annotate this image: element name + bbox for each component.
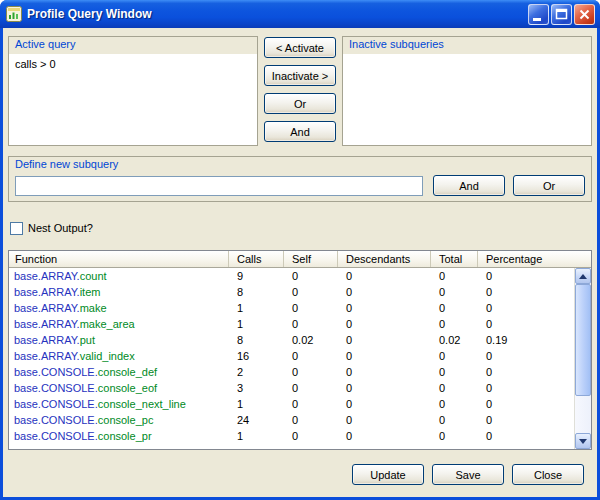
function-cell: base.CONSOLE.console_next_line <box>9 396 229 412</box>
active-query-item[interactable]: calls > 0 <box>9 54 257 72</box>
table-row[interactable]: base.ARRAY.make_area 1 0 0 0 0 <box>9 316 574 332</box>
or-button[interactable]: Or <box>264 93 336 114</box>
nest-output-label: Nest Output? <box>28 222 93 235</box>
table-row[interactable]: base.ARRAY.item 8 0 0 0 0 <box>9 284 574 300</box>
self-cell: 0.02 <box>284 332 338 348</box>
total-cell: 0 <box>431 316 478 332</box>
table-row[interactable]: base.CONSOLE.console_eof 3 0 0 0 0 <box>9 380 574 396</box>
inactive-subqueries-list[interactable] <box>343 54 591 145</box>
total-cell: 0 <box>431 380 478 396</box>
table-body-wrap: base.ARRAY.count 9 0 0 0 0 base.ARRAY.it… <box>9 268 591 449</box>
percentage-cell: 0 <box>478 300 574 316</box>
descendants-cell: 0 <box>338 380 431 396</box>
maximize-button[interactable] <box>551 4 572 25</box>
calls-cell: 3 <box>229 380 284 396</box>
column-header-total[interactable]: Total <box>431 251 478 267</box>
active-query-label: Active query <box>9 37 257 53</box>
calls-cell: 8 <box>229 332 284 348</box>
window-frame: Active query calls > 0 < Activate Inacti… <box>0 28 600 500</box>
close-button[interactable] <box>574 4 595 25</box>
self-cell: 0 <box>284 428 338 444</box>
client-area: Active query calls > 0 < Activate Inacti… <box>3 28 597 497</box>
update-button[interactable]: Update <box>352 464 424 485</box>
table-row[interactable]: base.ARRAY.valid_index 16 0 0 0 0 <box>9 348 574 364</box>
table-row[interactable]: base.ARRAY.make 1 0 0 0 0 <box>9 300 574 316</box>
column-header-percentage[interactable]: Percentage <box>478 251 591 267</box>
inactivate-button[interactable]: Inactivate > <box>264 65 336 86</box>
subquery-and-button[interactable]: And <box>433 175 505 196</box>
function-cell: base.CONSOLE.console_pr <box>9 428 229 444</box>
function-feature: count <box>80 270 107 282</box>
calls-cell: 9 <box>229 268 284 284</box>
subquery-or-button[interactable]: Or <box>513 175 585 196</box>
calls-cell: 8 <box>229 284 284 300</box>
scroll-up-button[interactable] <box>575 268 591 284</box>
close-icon <box>575 5 594 24</box>
total-cell: 0 <box>431 428 478 444</box>
function-qualifier: base.CONSOLE. <box>14 398 98 410</box>
function-qualifier: base.CONSOLE. <box>14 430 98 442</box>
self-cell: 0 <box>284 268 338 284</box>
function-qualifier: base.CONSOLE. <box>14 382 98 394</box>
self-cell: 0 <box>284 380 338 396</box>
total-cell: 0 <box>431 268 478 284</box>
percentage-cell: 0 <box>478 412 574 428</box>
titlebar[interactable]: Profile Query Window <box>0 0 600 28</box>
window-controls <box>528 4 595 25</box>
save-button[interactable]: Save <box>432 464 504 485</box>
descendants-cell: 0 <box>338 268 431 284</box>
table-row[interactable]: base.CONSOLE.console_pc 24 0 0 0 0 <box>9 412 574 428</box>
function-feature: valid_index <box>80 350 135 362</box>
self-cell: 0 <box>284 364 338 380</box>
and-button[interactable]: And <box>264 121 336 142</box>
nest-output-checkbox[interactable] <box>10 222 23 235</box>
column-header-function[interactable]: Function <box>9 251 229 267</box>
scroll-down-icon <box>579 439 587 444</box>
calls-cell: 24 <box>229 412 284 428</box>
column-header-calls[interactable]: Calls <box>229 251 284 267</box>
table-row[interactable]: base.ARRAY.put 8 0.02 0 0.02 0.19 <box>9 332 574 348</box>
table-row[interactable]: base.CONSOLE.console_pr 1 0 0 0 0 <box>9 428 574 444</box>
subquery-input[interactable] <box>15 176 423 196</box>
inactive-subqueries-label: Inactive subqueries <box>343 37 591 53</box>
maximize-icon <box>552 5 571 24</box>
percentage-cell: 0.19 <box>478 332 574 348</box>
calls-cell: 1 <box>229 300 284 316</box>
scrollbar-track[interactable] <box>575 284 591 433</box>
active-query-group: Active query calls > 0 <box>8 36 258 146</box>
scroll-down-button[interactable] <box>575 433 591 449</box>
active-query-list[interactable]: calls > 0 <box>9 54 257 145</box>
close-dialog-button[interactable]: Close <box>512 464 584 485</box>
function-feature: console_next_line <box>98 398 186 410</box>
minimize-button[interactable] <box>528 4 549 25</box>
scrollbar-thumb[interactable] <box>575 284 591 396</box>
percentage-cell: 0 <box>478 396 574 412</box>
total-cell: 0 <box>431 364 478 380</box>
function-qualifier: base.ARRAY. <box>14 302 80 314</box>
table-row[interactable]: base.CONSOLE.console_def 2 0 0 0 0 <box>9 364 574 380</box>
descendants-cell: 0 <box>338 300 431 316</box>
self-cell: 0 <box>284 412 338 428</box>
function-qualifier: base.ARRAY. <box>14 286 80 298</box>
total-cell: 0 <box>431 284 478 300</box>
table-row[interactable]: base.CONSOLE.console_next_line 1 0 0 0 0 <box>9 396 574 412</box>
function-qualifier: base.CONSOLE. <box>14 366 98 378</box>
descendants-cell: 0 <box>338 284 431 300</box>
table-body[interactable]: base.ARRAY.count 9 0 0 0 0 base.ARRAY.it… <box>9 268 574 449</box>
percentage-cell: 0 <box>478 364 574 380</box>
function-feature: make <box>80 302 107 314</box>
calls-cell: 1 <box>229 396 284 412</box>
inactive-subqueries-group: Inactive subqueries <box>342 36 592 146</box>
profile-query-window: Profile Query Window Active query calls … <box>0 0 600 500</box>
column-header-self[interactable]: Self <box>284 251 338 267</box>
column-header-descendants[interactable]: Descendants <box>338 251 431 267</box>
calls-cell: 16 <box>229 348 284 364</box>
profile-table: Function Calls Self Descendants Total Pe… <box>8 250 592 450</box>
define-subquery-label: Define new subquery <box>9 157 591 173</box>
activate-button[interactable]: < Activate <box>264 37 336 58</box>
calls-cell: 1 <box>229 428 284 444</box>
self-cell: 0 <box>284 396 338 412</box>
calls-cell: 1 <box>229 316 284 332</box>
vertical-scrollbar[interactable] <box>574 268 591 449</box>
table-row[interactable]: base.ARRAY.count 9 0 0 0 0 <box>9 268 574 284</box>
